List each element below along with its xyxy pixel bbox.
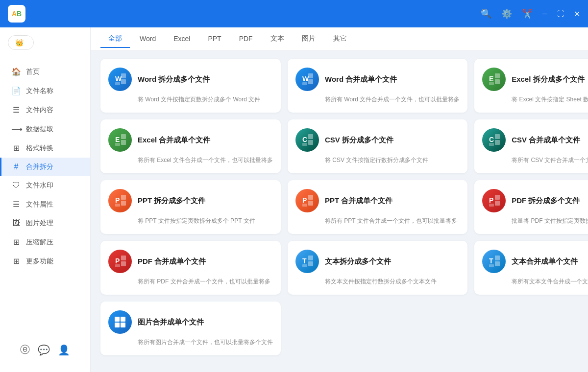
- sidebar-item-compress[interactable]: ⊞ 压缩解压: [0, 232, 90, 252]
- svg-rect-26: [121, 201, 126, 206]
- svg-text:P: P: [302, 196, 307, 204]
- svg-text:T: T: [489, 257, 493, 265]
- card-icon-csv-merge: C: [482, 128, 506, 152]
- card-word-split[interactable]: W Word 拆分成多个文件 将 Word 文件按指定页数拆分成多个 Word …: [100, 59, 281, 113]
- svg-rect-23: [489, 143, 494, 146]
- card-desc-word-split: 将 Word 文件按指定页数拆分成多个 Word 文件: [108, 95, 273, 104]
- filecontent-icon: ☰: [11, 105, 21, 115]
- fileprops-label: 文件属性: [26, 200, 53, 209]
- svg-rect-37: [121, 256, 126, 260]
- svg-rect-25: [121, 195, 126, 200]
- svg-rect-31: [302, 204, 307, 207]
- tab-pdf[interactable]: PDF: [231, 31, 261, 47]
- tab-other[interactable]: 其它: [325, 30, 355, 48]
- svg-rect-42: [308, 261, 313, 266]
- card-desc-word-merge: 将所有 Word 文件合并成一个文件，也可以批量将多: [295, 95, 460, 104]
- scissors-icon[interactable]: ✂️: [522, 8, 533, 19]
- card-desc-csv-split: 将 CSV 文件按指定行数拆分成多个文件: [295, 156, 460, 164]
- svg-rect-19: [302, 143, 307, 146]
- sidebar-item-more[interactable]: ⊞ 更多功能: [0, 252, 90, 271]
- user-icon[interactable]: 👤: [58, 344, 70, 356]
- card-icon-text-split: T: [295, 250, 319, 273]
- card-desc-pdf-split: 批量将 PDF 文件按指定页数拆分成多个 PDF 文件: [482, 216, 588, 225]
- card-header: W Word 合并成单个文件: [295, 68, 460, 91]
- sidebar-item-fileprops[interactable]: ☰ 文件属性: [0, 195, 90, 214]
- svg-text:P: P: [489, 196, 493, 204]
- search-icon[interactable]: 🔍: [481, 8, 491, 19]
- card-desc-excel-split: 将 Excel 文件按指定 Sheet 数或行数拆分成多个 Exc: [482, 95, 588, 104]
- sidebar-item-filecontent[interactable]: ☰ 文件内容: [0, 100, 90, 119]
- sidebar-item-mergesplit[interactable]: # 合并拆分: [0, 158, 90, 176]
- card-title-word-merge: Word 合并成单个文件: [325, 75, 397, 84]
- card-ppt-split[interactable]: P PPT 拆分成多个文件 将 PPT 文件按指定页数拆分成多个 PPT 文件: [100, 180, 281, 234]
- card-ppt-merge[interactable]: P PPT 合并成单个文件 将所有 PPT 文件合并成一个文件，也可以批量将多: [288, 180, 467, 234]
- tab-excel[interactable]: Excel: [166, 31, 198, 47]
- sidebar-item-watermark[interactable]: 🛡 文件水印: [0, 176, 90, 195]
- card-image-merge[interactable]: 图片合并成单个文件 将所有图片合并成一个文件，也可以批量将多个文件: [100, 302, 281, 355]
- watermark-icon: 🛡: [11, 181, 21, 190]
- card-pdf-merge[interactable]: P PDF 合并成单个文件 将所有 PDF 文件合并成一个文件，也可以批量将多: [100, 241, 281, 295]
- sidebar: 👑 🏠 首页📄 文件名称☰ 文件内容⟶ 数据提取⊞ 格式转换# 合并拆分🛡 文件…: [0, 27, 91, 372]
- svg-text:C: C: [302, 136, 307, 143]
- browser-icon[interactable]: ⓔ: [20, 343, 30, 356]
- card-excel-merge[interactable]: E Excel 合并成单个文件 将所有 Excel 文件合并成一个文件，也可以批…: [100, 119, 281, 173]
- sidebar-item-imageprocess[interactable]: 🖼 图片处理: [0, 214, 90, 232]
- svg-rect-3: [115, 82, 120, 85]
- sidebar-user-section: 👑: [0, 27, 90, 58]
- card-header: W Word 拆分成多个文件: [108, 68, 273, 91]
- svg-rect-11: [489, 82, 494, 85]
- svg-rect-7: [302, 82, 307, 85]
- svg-rect-27: [115, 204, 120, 207]
- svg-rect-51: [121, 323, 125, 327]
- card-text-merge[interactable]: T 文本合并成单个文件 将所有文本文件合并成一个文件，也可以批量将多: [474, 241, 588, 295]
- mergesplit-icon: #: [11, 163, 21, 171]
- maximize-icon[interactable]: ⛶: [557, 10, 564, 18]
- home-icon: 🏠: [11, 67, 21, 76]
- card-title-text-merge: 文本合并成单个文件: [512, 257, 578, 266]
- svg-rect-34: [495, 201, 500, 206]
- card-pdf-split[interactable]: P PDF 拆分成多个文件 批量将 PDF 文件按指定页数拆分成多个 PDF 文…: [474, 180, 588, 234]
- window-controls: 🔍 ⚙️ ✂️ ─ ⛶ ✕: [481, 8, 580, 19]
- card-word-merge[interactable]: W Word 合并成单个文件 将所有 Word 文件合并成一个文件，也可以批量将…: [288, 59, 467, 113]
- user-center-button[interactable]: 👑: [8, 35, 34, 50]
- card-icon-word-merge: W: [295, 68, 319, 91]
- crown-icon: 👑: [15, 39, 24, 46]
- card-header: C CSV 拆分成多个文件: [295, 128, 460, 152]
- more-label: 更多功能: [26, 257, 53, 266]
- sidebar-item-formatconvert[interactable]: ⊞ 格式转换: [0, 139, 90, 158]
- card-icon-image-merge: [108, 310, 132, 334]
- svg-text:W: W: [302, 75, 309, 83]
- tab-ppt[interactable]: PPT: [200, 31, 229, 47]
- svg-text:E: E: [115, 136, 120, 143]
- card-header: P PDF 合并成单个文件: [108, 250, 273, 273]
- svg-rect-13: [121, 134, 126, 139]
- formatconvert-icon: ⊞: [11, 143, 21, 153]
- tab-image[interactable]: 图片: [294, 30, 323, 48]
- card-text-split[interactable]: T 文本拆分成多个文件 将文本文件按指定行数拆分成多个文本文件: [288, 241, 467, 295]
- card-excel-split[interactable]: E Excel 拆分成多个文件 将 Excel 文件按指定 Sheet 数或行数…: [474, 59, 588, 113]
- tab-all[interactable]: 全部: [100, 30, 130, 48]
- tab-text[interactable]: 文本: [263, 30, 292, 48]
- filecontent-label: 文件内容: [26, 106, 53, 115]
- filename-label: 文件名称: [26, 87, 53, 95]
- card-header: C CSV 合并成单个文件: [482, 128, 588, 152]
- card-csv-merge[interactable]: C CSV 合并成单个文件 将所有 CSV 文件合并成一个文件，也可以批量将多: [474, 119, 588, 173]
- chat-icon[interactable]: 💬: [38, 344, 50, 356]
- minimize-icon[interactable]: ─: [542, 10, 547, 18]
- svg-rect-46: [495, 261, 500, 266]
- compress-icon: ⊞: [11, 237, 21, 247]
- svg-rect-30: [308, 201, 313, 206]
- card-icon-excel-merge: E: [108, 128, 132, 152]
- card-header: E Excel 拆分成多个文件: [482, 68, 588, 91]
- card-csv-split[interactable]: C CSV 拆分成多个文件 将 CSV 文件按指定行数拆分成多个文件: [288, 119, 467, 173]
- sidebar-item-dataextract[interactable]: ⟶ 数据提取: [0, 119, 90, 139]
- settings-icon[interactable]: ⚙️: [501, 8, 512, 19]
- tab-word[interactable]: Word: [132, 31, 164, 47]
- svg-rect-45: [495, 256, 500, 260]
- card-desc-ppt-merge: 将所有 PPT 文件合并成一个文件，也可以批量将多: [295, 216, 460, 225]
- svg-text:T: T: [302, 257, 307, 265]
- sidebar-item-filename[interactable]: 📄 文件名称: [0, 81, 90, 100]
- sidebar-item-home[interactable]: 🏠 首页: [0, 62, 90, 81]
- card-title-excel-split: Excel 拆分成多个文件: [512, 75, 584, 84]
- close-icon[interactable]: ✕: [574, 9, 580, 19]
